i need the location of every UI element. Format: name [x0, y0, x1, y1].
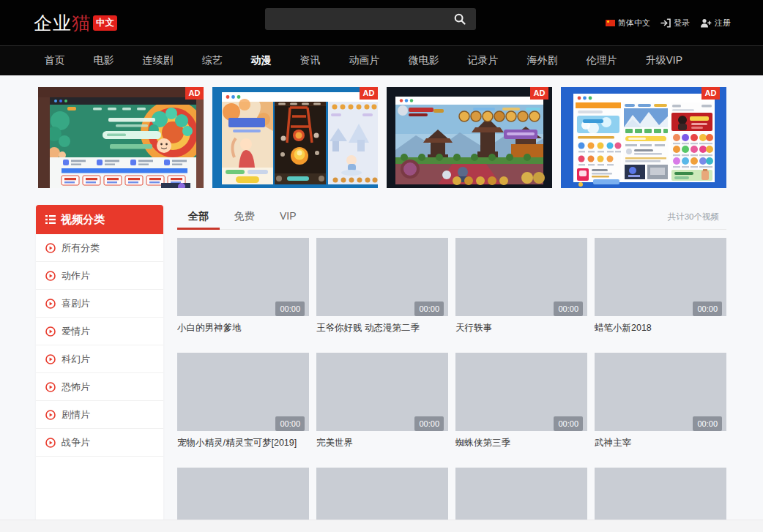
search-input[interactable]: [265, 8, 444, 30]
video-card[interactable]: 00:00 蜘蛛侠第三季: [455, 353, 587, 468]
video-thumbnail: 00:00: [316, 238, 448, 316]
video-thumbnail: [455, 468, 587, 520]
tab-vip[interactable]: VIP: [269, 206, 308, 230]
category-sidebar: 视频分类 所有分类 动作片 喜剧片 爱情片 科幻片 恐怖片 剧情片 战争片: [36, 205, 163, 520]
video-card-loading[interactable]: [316, 468, 448, 520]
sidebar-item-label: 剧情片: [62, 408, 90, 422]
video-title[interactable]: 蜘蛛侠第三季: [455, 436, 587, 449]
sidebar-title: 视频分类: [61, 213, 105, 227]
sign-in-icon: [660, 18, 671, 28]
ad-banner-3-art: [387, 87, 552, 188]
video-thumbnail: 00:00: [455, 238, 587, 316]
china-flag-icon: [606, 20, 615, 26]
duration-badge: 00:00: [275, 416, 305, 431]
nav-item-ethics[interactable]: 伦理片: [572, 46, 631, 75]
nav-item-anime[interactable]: 动漫: [237, 46, 286, 75]
footer-strip: [0, 520, 763, 532]
video-thumbnail: 00:00: [177, 353, 309, 431]
video-card[interactable]: 00:00 小白的男神爹地: [177, 238, 309, 353]
nav-item-series[interactable]: 连续剧: [128, 46, 187, 75]
ad-label: AD: [530, 87, 548, 100]
site-logo[interactable]: 企业猫 中文: [34, 10, 117, 36]
ad-banner-4-art: [561, 87, 726, 188]
video-card-loading[interactable]: [595, 468, 726, 520]
sidebar-item-label: 科幻片: [62, 353, 90, 366]
video-total-count: 共计30个视频: [668, 206, 719, 228]
sidebar-item-label: 所有分类: [62, 241, 100, 255]
search-icon: [454, 13, 466, 25]
nav-item-news[interactable]: 资讯: [286, 46, 335, 75]
ad-banner-1-art: [38, 87, 204, 188]
play-circle-icon: [45, 354, 56, 364]
top-header: 企业猫 中文 简体中文 登录: [0, 0, 763, 45]
sidebar-item-label: 战争片: [62, 436, 90, 449]
nav-item-movies[interactable]: 电影: [79, 46, 128, 75]
video-card[interactable]: 00:00 蜡笔小新2018: [595, 238, 726, 353]
ad-banner-1[interactable]: AD: [38, 87, 204, 188]
video-thumbnail: 00:00: [316, 353, 448, 431]
video-card[interactable]: 00:00 完美世界: [316, 353, 448, 468]
nav-item-variety[interactable]: 综艺: [187, 46, 237, 75]
video-title[interactable]: 完美世界: [316, 436, 448, 449]
video-thumbnail: [595, 468, 726, 520]
sidebar-item-label: 动作片: [62, 269, 90, 282]
video-thumbnail: 00:00: [595, 238, 726, 316]
video-card-loading[interactable]: [177, 468, 309, 520]
ad-banner-2-art: [212, 87, 378, 188]
ad-banner-3[interactable]: AD: [387, 87, 552, 188]
sidebar-item-label: 爱情片: [62, 325, 90, 338]
ad-banner-row: AD: [38, 87, 726, 188]
sidebar-item-horror[interactable]: 恐怖片: [36, 373, 163, 401]
play-circle-icon: [45, 410, 56, 420]
duration-badge: 00:00: [275, 301, 305, 316]
video-title[interactable]: 小白的男神爹地: [177, 321, 309, 334]
ad-banner-4[interactable]: AD: [561, 87, 726, 188]
register-label: 注册: [715, 18, 731, 29]
duration-badge: 00:00: [693, 416, 722, 431]
tab-free[interactable]: 免费: [223, 206, 265, 230]
video-card-loading[interactable]: [455, 468, 587, 520]
add-user-icon: [700, 18, 712, 28]
ad-label: AD: [185, 87, 204, 100]
list-icon: [45, 215, 56, 224]
nav-item-overseas[interactable]: 海外剧: [513, 46, 572, 75]
sidebar-item-label: 喜剧片: [62, 297, 90, 310]
logo-accent-text: 猫: [72, 12, 91, 33]
sidebar-item-action[interactable]: 动作片: [36, 262, 163, 290]
play-circle-icon: [45, 243, 56, 253]
ad-label: AD: [701, 87, 720, 100]
sidebar-item-comedy[interactable]: 喜剧片: [36, 290, 163, 318]
sidebar-item-label: 恐怖片: [62, 381, 90, 394]
sidebar-item-scifi[interactable]: 科幻片: [36, 345, 163, 373]
tab-all[interactable]: 全部: [177, 206, 220, 230]
nav-item-documentary[interactable]: 记录片: [453, 46, 513, 75]
sidebar-item-drama[interactable]: 剧情片: [36, 401, 163, 429]
video-title[interactable]: 宠物小精灵/精灵宝可梦[2019]: [177, 436, 309, 449]
nav-item-microfilm[interactable]: 微电影: [394, 46, 453, 75]
sidebar-item-war[interactable]: 战争片: [36, 429, 163, 457]
duration-badge: 00:00: [414, 301, 444, 316]
filter-tabs: 全部 免费 VIP 共计30个视频: [177, 206, 726, 230]
video-card[interactable]: 00:00 宠物小精灵/精灵宝可梦[2019]: [177, 353, 309, 468]
login-label: 登录: [674, 18, 690, 29]
nav-item-home[interactable]: 首页: [30, 46, 79, 75]
video-card[interactable]: 00:00 天行轶事: [455, 238, 587, 353]
video-title[interactable]: 武神主宰: [595, 436, 726, 449]
register-link[interactable]: 注册: [700, 18, 731, 29]
video-title[interactable]: 蜡笔小新2018: [595, 321, 726, 334]
video-title[interactable]: 天行轶事: [455, 321, 587, 334]
login-link[interactable]: 登录: [660, 18, 690, 29]
nav-item-vip-upgrade[interactable]: 升级VIP: [631, 46, 697, 75]
video-card[interactable]: 00:00 王爷你好贱 动态漫第二季: [316, 238, 448, 353]
video-card[interactable]: 00:00 武神主宰: [595, 353, 726, 468]
sidebar-item-romance[interactable]: 爱情片: [36, 318, 163, 345]
ad-banner-2[interactable]: AD: [212, 87, 378, 188]
video-thumbnail: [316, 468, 448, 520]
search-button[interactable]: [444, 8, 476, 30]
play-circle-icon: [45, 438, 56, 448]
nav-item-cartoon[interactable]: 动画片: [335, 46, 394, 75]
video-thumbnail: 00:00: [177, 238, 309, 316]
video-title[interactable]: 王爷你好贱 动态漫第二季: [316, 321, 448, 334]
sidebar-item-all[interactable]: 所有分类: [36, 234, 163, 262]
language-switch[interactable]: 简体中文: [606, 18, 650, 29]
